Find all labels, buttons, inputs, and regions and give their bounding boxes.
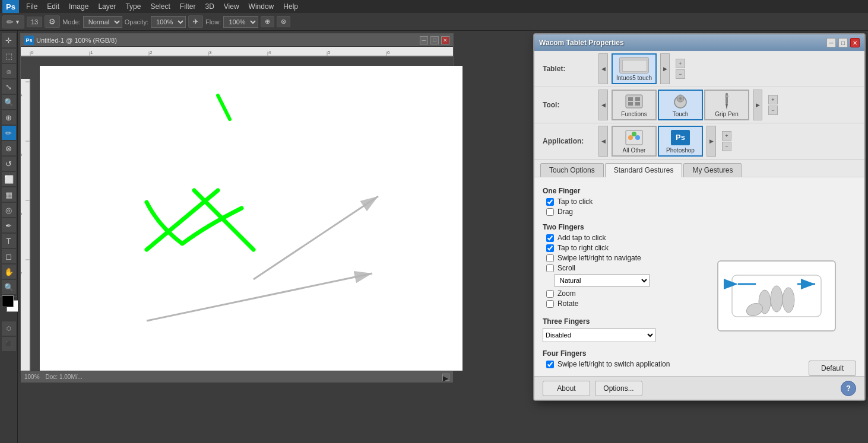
tool-grip-pen-item[interactable]: Grip Pen: [704, 90, 749, 120]
menu-file[interactable]: File: [21, 1, 42, 12]
path-tool[interactable]: ◻: [2, 249, 16, 263]
healing-tool[interactable]: ⊕: [2, 110, 16, 125]
menu-3d[interactable]: 3D: [200, 1, 218, 12]
app-nav-left[interactable]: ◀: [598, 126, 608, 157]
tab-standard-gestures[interactable]: Standard Gestures: [605, 163, 683, 177]
tablet-remove-btn[interactable]: −: [676, 69, 685, 79]
crop-tool[interactable]: ⤡: [2, 79, 16, 94]
add-tap-click-label: Add tap to click: [557, 234, 606, 242]
brush-tool-btn[interactable]: ✏ ▼: [2, 15, 24, 28]
tool-add-btn[interactable]: +: [768, 95, 778, 104]
svg-text:4: 4: [268, 50, 271, 55]
tap-right-click-checkbox[interactable]: [546, 244, 554, 252]
menu-select[interactable]: Select: [145, 1, 175, 12]
menu-type[interactable]: Type: [121, 1, 145, 12]
brush-tool[interactable]: ✏: [2, 126, 16, 140]
menu-edit[interactable]: Edit: [42, 1, 64, 12]
tool-touch-item[interactable]: Touch: [658, 90, 703, 120]
tablet-add-btn[interactable]: +: [676, 59, 685, 68]
hand-tool[interactable]: ✋: [2, 264, 16, 279]
swipe-navigate-row: Swipe left/right to navigate: [546, 254, 697, 262]
clone-tool[interactable]: ⊗: [2, 141, 16, 155]
eyedropper-tool[interactable]: 🔍: [2, 95, 16, 109]
about-button[interactable]: About: [543, 381, 590, 396]
add-tap-click-row: Add tap to click: [546, 234, 697, 242]
brush-size-btn[interactable]: 13: [27, 17, 42, 27]
tap-to-click-checkbox[interactable]: [546, 198, 554, 206]
move-tool[interactable]: ✛: [2, 33, 16, 47]
tab-touch-options[interactable]: Touch Options: [540, 163, 604, 177]
app-items: All Other Ps Photoshop: [612, 126, 703, 157]
menu-layer[interactable]: Layer: [93, 1, 121, 12]
tablet-nav-right[interactable]: ▶: [660, 53, 670, 84]
pressure2-btn[interactable]: ⊗: [277, 16, 290, 27]
canvas-drawing-svg: [40, 66, 462, 371]
app-add-btn[interactable]: +: [722, 131, 731, 141]
two-fingers-label: Two Fingers: [543, 223, 697, 231]
wacom-maximize-btn[interactable]: □: [838, 38, 848, 47]
svg-text:0: 0: [31, 50, 34, 55]
app-nav-right[interactable]: ▶: [707, 126, 716, 157]
eraser-tool[interactable]: ⬜: [2, 172, 16, 186]
opacity-select[interactable]: 100%: [151, 16, 186, 28]
text-tool[interactable]: T: [2, 234, 16, 248]
menu-view[interactable]: View: [219, 1, 244, 12]
foreground-color-swatch[interactable]: [2, 295, 14, 307]
tool-remove-btn[interactable]: −: [768, 106, 778, 115]
blur-tool[interactable]: ◎: [2, 203, 16, 217]
tool-nav-left[interactable]: ◀: [598, 90, 608, 120]
maximize-btn[interactable]: □: [430, 36, 439, 44]
wacom-window-controls: ─ □ ✕: [826, 38, 860, 47]
lasso-tool[interactable]: ⌾: [2, 64, 16, 78]
scroll-right-btn[interactable]: ▶: [442, 374, 449, 381]
app-photoshop-item[interactable]: Ps Photoshop: [658, 126, 703, 157]
pen-tool[interactable]: ✒: [2, 218, 16, 232]
scroll-label: Scroll: [557, 264, 575, 272]
gradient-tool[interactable]: ▦: [2, 187, 16, 202]
wacom-dialog: Wacom Tablet Properties ─ □ ✕ Tablet: ◀ …: [533, 33, 866, 401]
history-tool[interactable]: ↺: [2, 157, 16, 171]
wacom-close-btn[interactable]: ✕: [850, 38, 860, 47]
close-btn[interactable]: ✕: [441, 36, 449, 44]
drag-checkbox[interactable]: [546, 208, 554, 216]
options-button[interactable]: Options...: [595, 381, 642, 396]
scroll-type-select[interactable]: Natural Traditional: [555, 274, 650, 287]
tablet-nav-left[interactable]: ◀: [598, 53, 608, 84]
brush-settings-btn[interactable]: ⚙: [45, 15, 60, 28]
wacom-minimize-btn[interactable]: ─: [826, 38, 836, 47]
ps-options-toolbar: ✏ ▼ 13 ⚙ Mode: Normal Opacity: 100% ✈ Fl…: [0, 13, 868, 31]
rotate-row: Rotate: [546, 299, 697, 308]
three-fingers-select[interactable]: Disabled Swipe to navigate Swipe to swit…: [543, 328, 655, 342]
rotate-checkbox[interactable]: [546, 300, 554, 308]
svg-point-41: [628, 135, 633, 140]
help-button[interactable]: ?: [841, 381, 856, 396]
menu-window[interactable]: Window: [244, 1, 279, 12]
zoom-checkbox[interactable]: [546, 290, 554, 298]
menu-help[interactable]: Help: [278, 1, 303, 12]
tool-nav-right[interactable]: ▶: [753, 90, 762, 120]
scroll-checkbox[interactable]: [546, 264, 554, 272]
tablet-intuos5-item[interactable]: Intuos5 touch: [612, 53, 657, 84]
flow-select[interactable]: 100%: [223, 16, 258, 28]
tab-my-gestures[interactable]: My Gestures: [683, 163, 742, 177]
selection-tool[interactable]: ⬚: [2, 49, 16, 63]
zoom-tool[interactable]: 🔍: [2, 280, 16, 294]
quick-mask-btn[interactable]: ⬡: [2, 321, 16, 336]
airbrush-btn[interactable]: ✈: [188, 15, 203, 28]
minimize-btn[interactable]: ─: [420, 36, 428, 44]
swipe-switch-checkbox[interactable]: [546, 361, 554, 368]
tool-functions-item[interactable]: Functions: [612, 90, 657, 120]
svg-text:1: 1: [21, 94, 23, 97]
add-tap-click-checkbox[interactable]: [546, 234, 554, 242]
default-button[interactable]: Default: [809, 361, 856, 376]
canvas-drawing-area[interactable]: [40, 66, 462, 371]
menu-image[interactable]: Image: [64, 1, 93, 12]
screen-mode-btn[interactable]: ⬛: [2, 337, 16, 351]
pressure-btn[interactable]: ⊕: [261, 16, 274, 27]
menu-filter[interactable]: Filter: [175, 1, 201, 12]
ps-logo: Ps: [2, 0, 19, 13]
app-remove-btn[interactable]: −: [722, 142, 731, 151]
app-allother-item[interactable]: All Other: [612, 126, 657, 157]
swipe-navigate-checkbox[interactable]: [546, 254, 554, 262]
mode-select[interactable]: Normal: [83, 16, 122, 28]
